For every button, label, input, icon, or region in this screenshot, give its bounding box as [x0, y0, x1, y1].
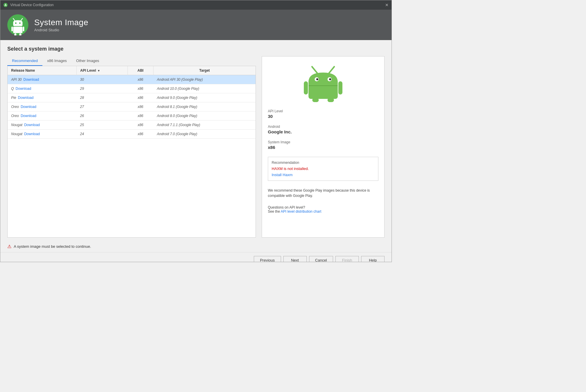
vendor-value: Google Inc. — [268, 129, 378, 134]
cell-abi: x86 — [127, 111, 153, 121]
cell-abi: x86 — [127, 102, 153, 111]
cell-abi: x86 — [127, 130, 153, 139]
cell-release-name: OreoDownload — [8, 111, 77, 121]
system-image-table: Release Name API Level ▾ ABI Target API … — [7, 66, 256, 238]
system-image-value: x86 — [268, 145, 378, 150]
svg-text:A: A — [4, 4, 6, 7]
sort-arrow-icon: ▾ — [98, 69, 99, 72]
svg-point-5 — [15, 23, 17, 24]
svg-point-15 — [316, 78, 318, 80]
col-header-release-name: Release Name — [8, 66, 77, 75]
cell-release-name: NougatDownload — [8, 121, 77, 130]
release-name-text: Oreo — [11, 114, 19, 118]
system-image-label: System Image — [268, 140, 378, 144]
download-link[interactable]: Download — [18, 96, 33, 100]
api-question-text: Questions on API level? — [268, 205, 305, 209]
cell-abi: x86 — [127, 93, 153, 102]
tab-x86images[interactable]: x86 Images — [42, 56, 71, 66]
svg-rect-10 — [14, 33, 16, 35]
button-bar: Previous Next Cancel Finish Help — [0, 252, 392, 262]
cancel-button[interactable]: Cancel — [309, 256, 333, 262]
api-question: Questions on API level? See the API leve… — [268, 205, 378, 214]
recommendation-box: Recommendation HAXM is not installed. In… — [268, 157, 378, 181]
table-row[interactable]: PieDownload28x86Android 9.0 (Google Play… — [8, 93, 256, 102]
previous-button[interactable]: Previous — [254, 256, 281, 262]
tab-recommended[interactable]: Recommended — [7, 56, 42, 66]
android-logo-container — [268, 62, 378, 103]
table-row[interactable]: API 30Download30x86Android API 30 (Googl… — [8, 75, 256, 84]
header: System Image Android Studio — [0, 10, 392, 40]
table-row[interactable]: OreoDownload27x86Android 8.1 (Google Pla… — [8, 102, 256, 111]
svg-rect-8 — [11, 27, 13, 31]
cell-abi: x86 — [127, 121, 153, 130]
table-row[interactable]: NougatDownload25x86Android 7.1.1 (Google… — [8, 121, 256, 130]
title-bar: A Virtual Device Configuration ✕ — [0, 0, 392, 10]
status-bar: ⚠ A system image must be selected to con… — [0, 240, 392, 252]
status-message: A system image must be selected to conti… — [14, 244, 91, 249]
left-panel: Recommended x86 Images Other Images Rele… — [7, 56, 256, 238]
tab-otherimages[interactable]: Other Images — [71, 56, 104, 66]
finish-button[interactable]: Finish — [335, 256, 359, 262]
next-button[interactable]: Next — [283, 256, 307, 262]
table-row[interactable]: QDownload29x86Android 10.0 (Google Play) — [8, 84, 256, 93]
help-button[interactable]: Help — [361, 256, 385, 262]
col-header-abi: ABI — [127, 66, 153, 75]
header-title: System Image — [34, 18, 88, 27]
header-subtitle: Android Studio — [34, 28, 88, 32]
table-row[interactable]: OreoDownload26x86Android 8.0 (Google Pla… — [8, 111, 256, 121]
cell-target: Android 8.1 (Google Play) — [153, 102, 256, 111]
svg-rect-19 — [304, 81, 308, 94]
download-link[interactable]: Download — [24, 132, 40, 136]
install-haxm-link[interactable]: Install Haxm — [272, 173, 293, 177]
svg-rect-22 — [328, 98, 334, 102]
cell-abi: x86 — [127, 84, 153, 93]
system-image-section: System Image x86 — [268, 140, 378, 150]
svg-rect-7 — [13, 27, 23, 33]
svg-rect-21 — [312, 98, 319, 102]
col-header-api-level[interactable]: API Level ▾ — [77, 66, 128, 75]
cell-target: Android 9.0 (Google Play) — [153, 93, 256, 102]
release-name-text: Pie — [11, 96, 16, 100]
table-header-row: Release Name API Level ▾ ABI Target — [8, 66, 256, 75]
col-header-target: Target — [153, 66, 256, 75]
api-level-section: API Level 30 — [268, 109, 378, 119]
error-icon: ⚠ — [7, 244, 11, 249]
main-layout: Recommended x86 Images Other Images Rele… — [7, 56, 385, 238]
download-link[interactable]: Download — [24, 123, 40, 127]
android-label: Android — [268, 125, 378, 129]
cell-api-level: 28 — [77, 93, 128, 102]
api-level-label: API Level — [268, 109, 378, 113]
see-the-text: See the — [268, 209, 281, 214]
cell-api-level: 24 — [77, 130, 128, 139]
download-link[interactable]: Download — [15, 87, 31, 91]
release-name-text: Q — [11, 87, 14, 91]
content-area: Select a system image Recommended x86 Im… — [0, 40, 392, 240]
svg-point-16 — [329, 78, 331, 80]
android-studio-logo — [7, 14, 28, 35]
table-row[interactable]: NougatDownload24x86Android 7.0 (Google P… — [8, 130, 256, 139]
api-distribution-link[interactable]: API level distribution chart — [281, 209, 321, 214]
cell-target: Android 8.0 (Google Play) — [153, 111, 256, 121]
cell-api-level: 27 — [77, 102, 128, 111]
download-link[interactable]: Download — [21, 114, 36, 118]
android-mascot-icon — [303, 62, 344, 103]
release-name-text: Nougat — [11, 132, 23, 136]
svg-rect-11 — [19, 33, 21, 35]
close-button[interactable]: ✕ — [385, 3, 389, 7]
svg-point-6 — [19, 23, 21, 24]
release-name-text: API 30 — [11, 78, 22, 82]
release-name-text: Oreo — [11, 105, 19, 109]
download-link[interactable]: Download — [21, 105, 36, 109]
tab-bar: Recommended x86 Images Other Images — [7, 56, 256, 66]
recommend-text: We recommend these Google Play images be… — [268, 188, 378, 198]
android-studio-icon: A — [3, 3, 8, 7]
cell-api-level: 29 — [77, 84, 128, 93]
cell-release-name: PieDownload — [8, 93, 77, 102]
download-link[interactable]: Download — [23, 78, 39, 82]
cell-api-level: 26 — [77, 111, 128, 121]
window-title: Virtual Device Configuration — [10, 3, 54, 7]
cell-target: Android 7.0 (Google Play) — [153, 130, 256, 139]
svg-rect-20 — [338, 81, 342, 94]
recommendation-title: Recommendation — [272, 161, 375, 165]
cell-api-level: 30 — [77, 75, 128, 84]
